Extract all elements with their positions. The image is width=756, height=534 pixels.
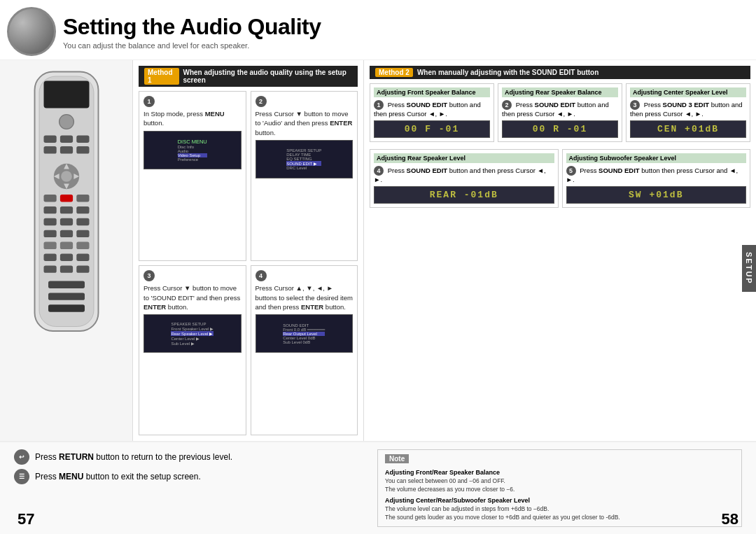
svg-point-11 bbox=[61, 171, 72, 182]
press-return-item: ↩ Press RETURN button to return to the p… bbox=[14, 449, 363, 465]
page-number-right: 58 bbox=[722, 510, 738, 528]
method1-badge: Method 1 bbox=[144, 68, 179, 85]
svg-rect-21 bbox=[76, 206, 89, 213]
remote-control-svg bbox=[21, 67, 112, 340]
subwoofer-content: 5 Press SOUND EDIT button then press Cur… bbox=[566, 166, 747, 183]
front-balance-content: 1 Press SOUND EDIT button and then press… bbox=[374, 100, 490, 118]
notes-section1-title: Adjusting Front/Rear Speaker Balance bbox=[385, 469, 734, 476]
method1-step3: 3 Press Cursor ▼ button to move to 'SOUN… bbox=[139, 265, 246, 435]
notes-section1-bullet1: You can select between 00 and −06 and OF… bbox=[385, 477, 734, 486]
rear-level-header: Adjusting Rear Speaker Level bbox=[374, 153, 554, 163]
method2-header: Method 2 When manually adjusting with th… bbox=[370, 66, 750, 79]
header-text: Setting the Audio Quality You can adjust… bbox=[63, 14, 321, 50]
svg-rect-34 bbox=[43, 265, 56, 272]
step1-screen: DISC MENU Disc Info Audio Video Setup Pr… bbox=[144, 131, 241, 169]
center-level-header: Adjusting Center Speaker Level bbox=[630, 87, 746, 97]
svg-rect-23 bbox=[59, 218, 72, 225]
step4-title: 4 bbox=[255, 270, 354, 281]
method1-title: When adjusting the audio quality using t… bbox=[183, 69, 353, 84]
step2-screen: SPEAKER SETUP DELAY TIME EQ SETTING SOUN… bbox=[255, 140, 354, 178]
svg-rect-19 bbox=[43, 206, 56, 213]
page-number-left: 57 bbox=[18, 510, 34, 528]
subwoofer-header: Adjusting Subwoofer Speaker Level bbox=[566, 153, 747, 163]
svg-rect-16 bbox=[43, 195, 56, 202]
rear-level-display: REAR -01dB bbox=[374, 186, 554, 204]
rear-speaker-level-box: Adjusting Rear Speaker Level 4 Press SOU… bbox=[370, 149, 559, 208]
method1-header: Method 1 When adjusting the audio qualit… bbox=[139, 66, 358, 87]
method2-title: When manually adjusting with the SOUND E… bbox=[417, 69, 598, 76]
svg-rect-35 bbox=[59, 265, 72, 272]
center-level-content: 3 Press SOUND 3 EDIT button and then pre… bbox=[630, 100, 746, 118]
press-menu-text: Press MENU button to exit the setup scre… bbox=[35, 472, 201, 482]
notes-section1-bullet2: The volume decreases as you move closer … bbox=[385, 486, 734, 494]
front-speaker-balance-box: Adjusting Front Speaker Balance 1 Press … bbox=[370, 83, 494, 142]
press-return-text: Press RETURN button to return to the pre… bbox=[35, 452, 232, 462]
svg-rect-20 bbox=[59, 206, 72, 213]
svg-rect-18 bbox=[76, 195, 89, 202]
svg-rect-7 bbox=[43, 146, 56, 153]
menu-icon: ☰ bbox=[14, 469, 29, 484]
notes-section2-bullet1: The volume level can be adjusted in step… bbox=[385, 505, 734, 514]
notes-box: Note Adjusting Front/Rear Speaker Balanc… bbox=[377, 449, 742, 527]
svg-rect-26 bbox=[59, 230, 72, 237]
step3-screen: SPEAKER SETUP Front Speaker Level ▶ Rear… bbox=[144, 314, 241, 353]
svg-rect-4 bbox=[43, 136, 56, 143]
svg-rect-32 bbox=[59, 254, 72, 261]
front-balance-header: Adjusting Front Speaker Balance bbox=[374, 87, 490, 97]
page-title: Setting the Audio Quality bbox=[63, 14, 321, 40]
method1-steps-grid: 1 In Stop mode, press MENU button. DISC … bbox=[139, 91, 358, 435]
svg-rect-27 bbox=[76, 230, 89, 237]
step2-content: Press Cursor ▼ button to move to 'Audio'… bbox=[255, 109, 354, 137]
rear-balance-content: 2 Press SOUND EDIT button and then press… bbox=[502, 100, 618, 118]
method1-panel: Method 1 When adjusting the audio qualit… bbox=[133, 60, 364, 441]
svg-rect-8 bbox=[59, 146, 72, 153]
step4-screen: SOUND EDIT Front 0.0 dB ══════ Rear Outp… bbox=[255, 314, 354, 353]
svg-rect-2 bbox=[43, 81, 89, 108]
main-content: Method 1 When adjusting the audio qualit… bbox=[0, 60, 756, 441]
svg-rect-17 bbox=[59, 195, 72, 202]
center-speaker-level-box: Adjusting Center Speaker Level 3 Press S… bbox=[626, 83, 750, 142]
method2-badge: Method 2 bbox=[375, 68, 413, 77]
step3-number: 3 bbox=[144, 270, 155, 281]
subwoofer-level-box: Adjusting Subwoofer Speaker Level 5 Pres… bbox=[562, 149, 751, 208]
method1-step2: 2 Press Cursor ▼ button to move to 'Audi… bbox=[251, 91, 358, 261]
center-level-display: CEN +01dB bbox=[630, 120, 746, 138]
svg-rect-39 bbox=[48, 304, 85, 311]
setup-tab: SETUP bbox=[742, 245, 756, 292]
step4-number: 4 bbox=[255, 270, 267, 281]
method2-top-row: Adjusting Front Speaker Balance 1 Press … bbox=[370, 83, 750, 142]
remote-panel bbox=[0, 60, 133, 441]
svg-point-3 bbox=[59, 115, 74, 129]
page-subtitle: You can adjust the balance and level for… bbox=[63, 41, 321, 50]
step2-title: 2 bbox=[255, 96, 354, 107]
step2-number: 2 bbox=[255, 96, 267, 107]
method2-panel: Method 2 When manually adjusting with th… bbox=[364, 60, 756, 441]
rear-level-content: 4 Press SOUND EDIT button and then press… bbox=[374, 166, 554, 183]
bottom-section: ↩ Press RETURN button to return to the p… bbox=[0, 441, 756, 534]
svg-rect-5 bbox=[59, 136, 72, 143]
step1-number: 1 bbox=[144, 96, 155, 107]
svg-rect-37 bbox=[48, 281, 85, 288]
step3-content: Press Cursor ▼ button to move to 'SOUND … bbox=[144, 283, 241, 311]
rear-speaker-balance-box: Adjusting Rear Speaker Balance 2 Press S… bbox=[498, 83, 622, 142]
rear-balance-display: 00 R -01 bbox=[502, 120, 618, 138]
notes-section2-title: Adjusting Center/Rear/Subwoofer Speaker … bbox=[385, 497, 734, 504]
svg-rect-31 bbox=[43, 254, 56, 261]
page-container: Setting the Audio Quality You can adjust… bbox=[0, 0, 756, 534]
notes-section2-bullet2: The sound gets louder as you move closer… bbox=[385, 514, 734, 522]
step1-content: In Stop mode, press MENU button. bbox=[144, 109, 241, 128]
page-header: Setting the Audio Quality You can adjust… bbox=[0, 0, 756, 60]
svg-rect-36 bbox=[76, 265, 89, 272]
svg-rect-33 bbox=[76, 254, 89, 261]
bottom-press-items: ↩ Press RETURN button to return to the p… bbox=[14, 449, 363, 527]
step4-content: Press Cursor ▲, ▼, ◄, ► buttons to selec… bbox=[255, 283, 354, 311]
svg-rect-30 bbox=[76, 242, 89, 249]
svg-rect-29 bbox=[59, 242, 72, 249]
method1-step1: 1 In Stop mode, press MENU button. DISC … bbox=[139, 91, 246, 261]
press-menu-item: ☰ Press MENU button to exit the setup sc… bbox=[14, 469, 363, 484]
notes-header: Note bbox=[385, 454, 409, 463]
svg-rect-6 bbox=[76, 136, 89, 143]
step1-title: 1 bbox=[144, 96, 241, 107]
front-balance-display: 00 F -01 bbox=[374, 120, 490, 138]
svg-rect-38 bbox=[48, 293, 85, 300]
